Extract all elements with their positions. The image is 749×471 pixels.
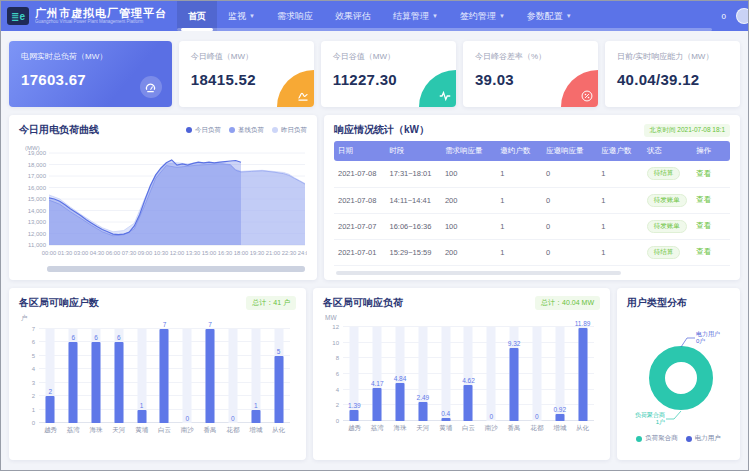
x-tick-label: 增城	[244, 426, 267, 435]
main-nav: 首页监视▼需求响应效果评估结算管理▼签约管理▼参数配置▼	[177, 1, 722, 31]
legend-dot	[636, 436, 642, 442]
nav-item-label: 结算管理	[393, 10, 429, 23]
bar	[251, 410, 260, 423]
nav-item-0[interactable]: 首页	[177, 1, 217, 31]
table-row: 2021-07-0716:06~16:36100101待发账单查看	[334, 213, 730, 239]
cell-period: 14:11~14:41	[385, 187, 440, 213]
response-stats-title: 响应情况统计（kW）	[334, 123, 429, 137]
legend-item-0[interactable]: 负荷聚合商	[636, 434, 678, 443]
bar	[373, 388, 382, 421]
cell-invited: 1	[496, 213, 542, 239]
bar-track	[183, 329, 192, 423]
cell-invited: 1	[496, 161, 542, 187]
svg-text:00:00: 00:00	[42, 250, 57, 256]
table-row: 2021-07-0814:11~14:41200101待发账单查看	[334, 187, 730, 213]
cell-demand: 100	[441, 213, 496, 239]
y-axis-unit: MW	[325, 314, 600, 321]
bar-column: 6	[85, 329, 108, 423]
legend-dot	[272, 127, 278, 133]
nav-item-2[interactable]: 需求响应	[266, 1, 324, 31]
chevron-down-icon: ▼	[249, 13, 255, 19]
app-title: 广州市虚拟电厂管理平台	[35, 7, 167, 19]
cell-resp_users: 1	[597, 239, 643, 265]
donut-slice	[657, 354, 705, 402]
view-link[interactable]: 查看	[696, 195, 711, 204]
bar-column: 6	[107, 329, 130, 423]
y-tick-label: 12	[323, 324, 339, 330]
bar-column: 0.4	[434, 327, 457, 421]
x-axis-labels: 越秀荔湾海珠天河黄埔白云南沙番禺花都增城从化	[39, 426, 290, 435]
view-link[interactable]: 查看	[696, 169, 711, 178]
status-badge: 待结算	[647, 246, 681, 259]
legend-dot	[686, 436, 692, 442]
nav-item-label: 需求响应	[277, 10, 313, 23]
cell-resp_amount: 0	[542, 239, 597, 265]
legend-item-1[interactable]: 电力用户	[686, 434, 721, 443]
cell-invited: 1	[496, 187, 542, 213]
x-tick-label: 荔湾	[366, 424, 389, 433]
y-tick-label: 2	[19, 393, 35, 399]
cell-period: 16:06~16:36	[385, 213, 440, 239]
cell-resp_amount: 0	[542, 161, 597, 187]
datazoom-slider[interactable]	[47, 266, 305, 272]
district-users-panel: 各区局可响应户数 总计：41 户 户0123456726661707015越秀荔…	[9, 288, 306, 460]
bar-track	[532, 327, 541, 421]
x-tick-label: 越秀	[343, 424, 366, 433]
view-link[interactable]: 查看	[696, 247, 711, 256]
table-header-5: 应邀户数	[597, 141, 643, 161]
cell-date: 2021-07-07	[334, 213, 385, 239]
y-tick-label: 10	[323, 340, 339, 346]
nav-item-label: 监视	[228, 10, 246, 23]
status-badge: 待结算	[647, 167, 681, 180]
cell-date: 2021-07-08	[334, 187, 385, 213]
svg-text:09:00: 09:00	[138, 250, 153, 256]
svg-text:19,000: 19,000	[28, 150, 47, 156]
avatar[interactable]	[736, 8, 749, 24]
kpi-card-0: 电网实时总负荷（MW）17603.67	[9, 41, 172, 107]
x-axis-labels: 越秀荔湾海珠天河黄埔白云南沙番禺花都增城从化	[343, 424, 594, 433]
area-series	[49, 160, 241, 245]
x-tick-label: 黄埔	[434, 424, 457, 433]
svg-text:01:30: 01:30	[58, 250, 73, 256]
x-tick-label: 白云	[457, 424, 480, 433]
nav-item-3[interactable]: 效果评估	[324, 1, 382, 31]
bar-column: 4.62	[457, 327, 480, 421]
svg-text:12,000: 12,000	[28, 231, 47, 237]
y-tick-label: 6	[323, 371, 339, 377]
legend-label: 基线负荷	[238, 126, 264, 135]
bar-columns: 26661707015	[39, 329, 290, 423]
bar-column: 5	[267, 329, 290, 423]
x-tick-label: 番禺	[199, 426, 222, 435]
x-tick-label: 荔湾	[62, 426, 85, 435]
nav-item-1[interactable]: 监视▼	[217, 1, 266, 31]
bar-column: 11.89	[571, 327, 594, 421]
nav-item-6[interactable]: 参数配置▼	[516, 1, 583, 31]
view-link[interactable]: 查看	[696, 221, 711, 230]
nav-item-4[interactable]: 结算管理▼	[382, 1, 449, 31]
bar	[350, 410, 359, 421]
logo-icon: ≣e	[7, 7, 29, 25]
kpi-card-3: 今日峰谷差率（%）39.03	[463, 41, 598, 107]
legend-dot	[229, 127, 235, 133]
table-header-3: 邀约户数	[496, 141, 542, 161]
status-badge: 待发账单	[647, 220, 687, 233]
y-tick-label: 2	[323, 402, 339, 408]
bar-column: 6	[62, 329, 85, 423]
legend-label: 负荷聚合商	[645, 434, 678, 443]
gauge-icon	[140, 76, 162, 98]
legend-dot	[186, 127, 192, 133]
legend-item-1[interactable]: 基线负荷	[229, 126, 264, 135]
x-tick-label: 海珠	[389, 424, 412, 433]
x-tick-label: 越秀	[39, 426, 62, 435]
y-tick-label: 1	[19, 407, 35, 413]
bar	[555, 414, 564, 421]
bar-column: 4.17	[366, 327, 389, 421]
table-row: 2021-07-0817:31~18:01100101待结算查看	[334, 161, 730, 187]
nav-item-5[interactable]: 签约管理▼	[449, 1, 516, 31]
legend-item-2[interactable]: 昨日负荷	[272, 126, 307, 135]
notification-count[interactable]: 0	[722, 12, 726, 21]
svg-text:16:30: 16:30	[218, 250, 233, 256]
cell-resp_users: 1	[597, 161, 643, 187]
legend-item-0[interactable]: 今日负荷	[186, 126, 221, 135]
table-scrollbar[interactable]	[336, 271, 621, 275]
